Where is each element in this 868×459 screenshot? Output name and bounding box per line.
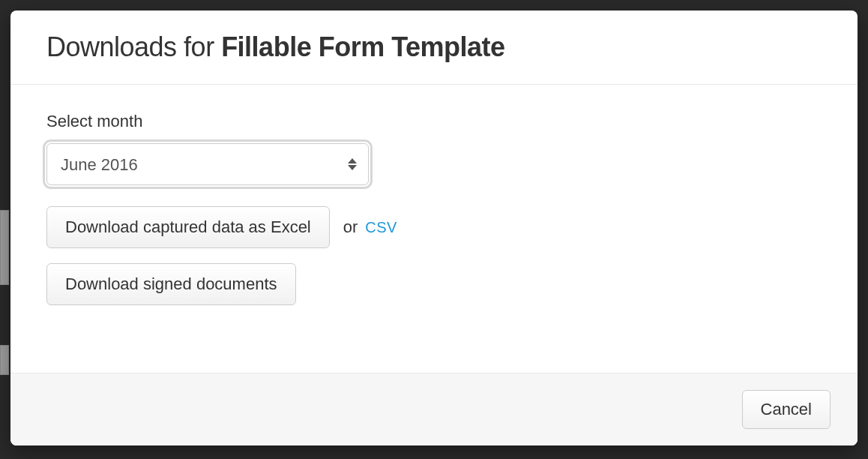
cancel-button[interactable]: Cancel bbox=[742, 390, 831, 429]
download-excel-row: Download captured data as Excel or CSV bbox=[46, 206, 822, 248]
modal-body: Select month June 2016 Download captured… bbox=[10, 85, 858, 373]
download-signed-button[interactable]: Download signed documents bbox=[46, 263, 296, 305]
or-text: or bbox=[343, 218, 358, 237]
title-template-name: Fillable Form Template bbox=[221, 32, 504, 62]
month-select[interactable]: June 2016 bbox=[46, 143, 369, 185]
background-obscured bbox=[0, 345, 9, 375]
download-excel-button[interactable]: Download captured data as Excel bbox=[46, 206, 330, 248]
month-select-wrapper: June 2016 bbox=[46, 143, 369, 185]
download-signed-row: Download signed documents bbox=[46, 263, 822, 305]
background-obscured bbox=[0, 210, 9, 285]
downloads-modal: Downloads for Fillable Form Template Sel… bbox=[10, 10, 858, 446]
modal-title: Downloads for Fillable Form Template bbox=[46, 32, 828, 63]
modal-header: Downloads for Fillable Form Template bbox=[10, 10, 858, 85]
csv-link[interactable]: CSV bbox=[365, 219, 397, 236]
modal-footer: Cancel bbox=[10, 373, 858, 446]
title-prefix: Downloads for bbox=[46, 32, 221, 62]
select-month-label: Select month bbox=[46, 112, 822, 131]
